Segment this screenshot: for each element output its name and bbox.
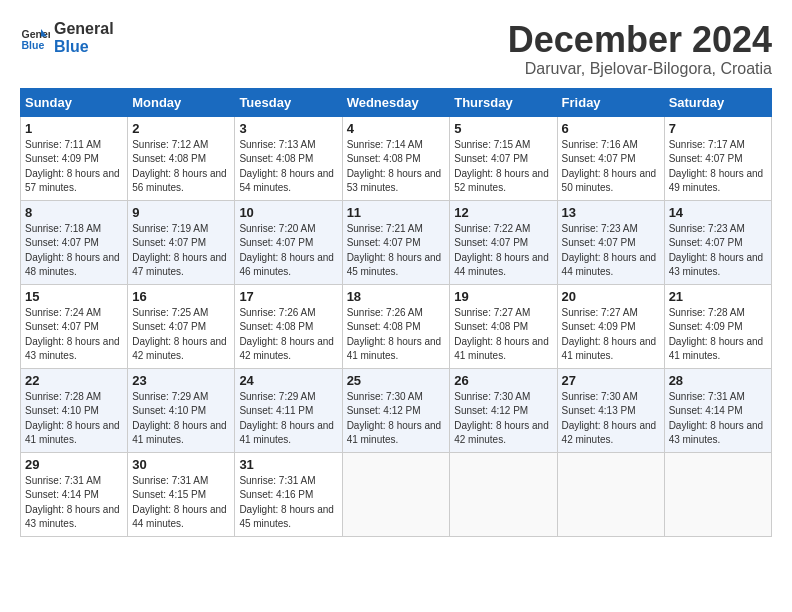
calendar-cell: 22Sunrise: 7:28 AMSunset: 4:10 PMDayligh… bbox=[21, 368, 128, 452]
day-number: 1 bbox=[25, 121, 123, 136]
day-number: 3 bbox=[239, 121, 337, 136]
day-info: Sunrise: 7:19 AMSunset: 4:07 PMDaylight:… bbox=[132, 222, 230, 280]
day-number: 30 bbox=[132, 457, 230, 472]
day-number: 29 bbox=[25, 457, 123, 472]
weekday-header: Friday bbox=[557, 88, 664, 116]
logo-blue: Blue bbox=[54, 38, 114, 56]
logo-icon: General Blue bbox=[20, 23, 50, 53]
logo: General Blue General Blue bbox=[20, 20, 114, 55]
calendar-cell: 31Sunrise: 7:31 AMSunset: 4:16 PMDayligh… bbox=[235, 452, 342, 536]
day-info: Sunrise: 7:28 AMSunset: 4:10 PMDaylight:… bbox=[25, 390, 123, 448]
calendar-cell: 20Sunrise: 7:27 AMSunset: 4:09 PMDayligh… bbox=[557, 284, 664, 368]
weekday-header: Tuesday bbox=[235, 88, 342, 116]
day-number: 6 bbox=[562, 121, 660, 136]
day-info: Sunrise: 7:17 AMSunset: 4:07 PMDaylight:… bbox=[669, 138, 767, 196]
day-number: 5 bbox=[454, 121, 552, 136]
calendar-cell bbox=[342, 452, 450, 536]
calendar-cell: 12Sunrise: 7:22 AMSunset: 4:07 PMDayligh… bbox=[450, 200, 557, 284]
logo-general: General bbox=[54, 20, 114, 38]
calendar-table: SundayMondayTuesdayWednesdayThursdayFrid… bbox=[20, 88, 772, 537]
calendar-cell: 7Sunrise: 7:17 AMSunset: 4:07 PMDaylight… bbox=[664, 116, 771, 200]
weekday-header: Monday bbox=[128, 88, 235, 116]
weekday-header-row: SundayMondayTuesdayWednesdayThursdayFrid… bbox=[21, 88, 772, 116]
calendar-cell: 18Sunrise: 7:26 AMSunset: 4:08 PMDayligh… bbox=[342, 284, 450, 368]
logo-text: General Blue bbox=[54, 20, 114, 55]
day-info: Sunrise: 7:15 AMSunset: 4:07 PMDaylight:… bbox=[454, 138, 552, 196]
day-number: 24 bbox=[239, 373, 337, 388]
calendar-cell: 13Sunrise: 7:23 AMSunset: 4:07 PMDayligh… bbox=[557, 200, 664, 284]
day-number: 15 bbox=[25, 289, 123, 304]
day-info: Sunrise: 7:27 AMSunset: 4:08 PMDaylight:… bbox=[454, 306, 552, 364]
calendar-cell bbox=[664, 452, 771, 536]
day-info: Sunrise: 7:23 AMSunset: 4:07 PMDaylight:… bbox=[669, 222, 767, 280]
day-info: Sunrise: 7:28 AMSunset: 4:09 PMDaylight:… bbox=[669, 306, 767, 364]
day-info: Sunrise: 7:26 AMSunset: 4:08 PMDaylight:… bbox=[239, 306, 337, 364]
day-number: 7 bbox=[669, 121, 767, 136]
day-number: 20 bbox=[562, 289, 660, 304]
day-number: 31 bbox=[239, 457, 337, 472]
day-info: Sunrise: 7:20 AMSunset: 4:07 PMDaylight:… bbox=[239, 222, 337, 280]
day-info: Sunrise: 7:16 AMSunset: 4:07 PMDaylight:… bbox=[562, 138, 660, 196]
day-number: 19 bbox=[454, 289, 552, 304]
calendar-cell: 5Sunrise: 7:15 AMSunset: 4:07 PMDaylight… bbox=[450, 116, 557, 200]
calendar-cell: 14Sunrise: 7:23 AMSunset: 4:07 PMDayligh… bbox=[664, 200, 771, 284]
page-header: General Blue General Blue December 2024 … bbox=[20, 20, 772, 78]
calendar-cell: 29Sunrise: 7:31 AMSunset: 4:14 PMDayligh… bbox=[21, 452, 128, 536]
day-number: 12 bbox=[454, 205, 552, 220]
day-number: 11 bbox=[347, 205, 446, 220]
calendar-cell: 24Sunrise: 7:29 AMSunset: 4:11 PMDayligh… bbox=[235, 368, 342, 452]
day-number: 14 bbox=[669, 205, 767, 220]
calendar-cell: 27Sunrise: 7:30 AMSunset: 4:13 PMDayligh… bbox=[557, 368, 664, 452]
calendar-cell: 25Sunrise: 7:30 AMSunset: 4:12 PMDayligh… bbox=[342, 368, 450, 452]
calendar-cell: 9Sunrise: 7:19 AMSunset: 4:07 PMDaylight… bbox=[128, 200, 235, 284]
calendar-cell: 1Sunrise: 7:11 AMSunset: 4:09 PMDaylight… bbox=[21, 116, 128, 200]
day-number: 21 bbox=[669, 289, 767, 304]
weekday-header: Wednesday bbox=[342, 88, 450, 116]
day-number: 9 bbox=[132, 205, 230, 220]
day-info: Sunrise: 7:25 AMSunset: 4:07 PMDaylight:… bbox=[132, 306, 230, 364]
day-info: Sunrise: 7:30 AMSunset: 4:12 PMDaylight:… bbox=[347, 390, 446, 448]
day-info: Sunrise: 7:31 AMSunset: 4:14 PMDaylight:… bbox=[669, 390, 767, 448]
weekday-header: Saturday bbox=[664, 88, 771, 116]
day-info: Sunrise: 7:24 AMSunset: 4:07 PMDaylight:… bbox=[25, 306, 123, 364]
title-block: December 2024 Daruvar, Bjelovar-Bilogora… bbox=[508, 20, 772, 78]
calendar-week-row: 22Sunrise: 7:28 AMSunset: 4:10 PMDayligh… bbox=[21, 368, 772, 452]
month-title: December 2024 bbox=[508, 20, 772, 60]
day-info: Sunrise: 7:31 AMSunset: 4:16 PMDaylight:… bbox=[239, 474, 337, 532]
day-info: Sunrise: 7:26 AMSunset: 4:08 PMDaylight:… bbox=[347, 306, 446, 364]
day-number: 8 bbox=[25, 205, 123, 220]
calendar-week-row: 1Sunrise: 7:11 AMSunset: 4:09 PMDaylight… bbox=[21, 116, 772, 200]
calendar-cell: 3Sunrise: 7:13 AMSunset: 4:08 PMDaylight… bbox=[235, 116, 342, 200]
day-info: Sunrise: 7:23 AMSunset: 4:07 PMDaylight:… bbox=[562, 222, 660, 280]
day-info: Sunrise: 7:12 AMSunset: 4:08 PMDaylight:… bbox=[132, 138, 230, 196]
day-info: Sunrise: 7:11 AMSunset: 4:09 PMDaylight:… bbox=[25, 138, 123, 196]
calendar-cell: 26Sunrise: 7:30 AMSunset: 4:12 PMDayligh… bbox=[450, 368, 557, 452]
calendar-cell: 21Sunrise: 7:28 AMSunset: 4:09 PMDayligh… bbox=[664, 284, 771, 368]
day-number: 26 bbox=[454, 373, 552, 388]
day-number: 16 bbox=[132, 289, 230, 304]
day-number: 27 bbox=[562, 373, 660, 388]
day-number: 18 bbox=[347, 289, 446, 304]
day-number: 25 bbox=[347, 373, 446, 388]
day-number: 4 bbox=[347, 121, 446, 136]
calendar-week-row: 15Sunrise: 7:24 AMSunset: 4:07 PMDayligh… bbox=[21, 284, 772, 368]
day-number: 23 bbox=[132, 373, 230, 388]
calendar-cell bbox=[450, 452, 557, 536]
day-number: 2 bbox=[132, 121, 230, 136]
day-info: Sunrise: 7:18 AMSunset: 4:07 PMDaylight:… bbox=[25, 222, 123, 280]
day-info: Sunrise: 7:30 AMSunset: 4:13 PMDaylight:… bbox=[562, 390, 660, 448]
day-info: Sunrise: 7:22 AMSunset: 4:07 PMDaylight:… bbox=[454, 222, 552, 280]
calendar-cell: 28Sunrise: 7:31 AMSunset: 4:14 PMDayligh… bbox=[664, 368, 771, 452]
calendar-cell: 4Sunrise: 7:14 AMSunset: 4:08 PMDaylight… bbox=[342, 116, 450, 200]
day-info: Sunrise: 7:27 AMSunset: 4:09 PMDaylight:… bbox=[562, 306, 660, 364]
calendar-cell: 2Sunrise: 7:12 AMSunset: 4:08 PMDaylight… bbox=[128, 116, 235, 200]
calendar-cell: 6Sunrise: 7:16 AMSunset: 4:07 PMDaylight… bbox=[557, 116, 664, 200]
day-info: Sunrise: 7:13 AMSunset: 4:08 PMDaylight:… bbox=[239, 138, 337, 196]
calendar-cell: 17Sunrise: 7:26 AMSunset: 4:08 PMDayligh… bbox=[235, 284, 342, 368]
day-number: 10 bbox=[239, 205, 337, 220]
day-info: Sunrise: 7:31 AMSunset: 4:15 PMDaylight:… bbox=[132, 474, 230, 532]
calendar-week-row: 8Sunrise: 7:18 AMSunset: 4:07 PMDaylight… bbox=[21, 200, 772, 284]
day-info: Sunrise: 7:21 AMSunset: 4:07 PMDaylight:… bbox=[347, 222, 446, 280]
day-info: Sunrise: 7:29 AMSunset: 4:11 PMDaylight:… bbox=[239, 390, 337, 448]
weekday-header: Sunday bbox=[21, 88, 128, 116]
